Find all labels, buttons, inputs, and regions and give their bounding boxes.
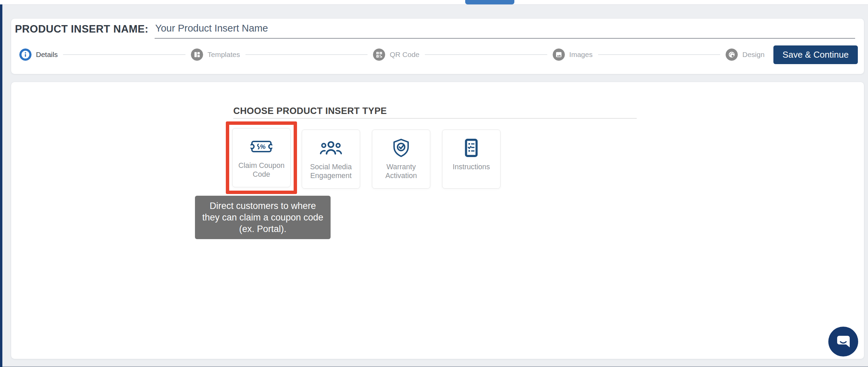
section-title: CHOOSE PRODUCT INSERT TYPE bbox=[233, 106, 387, 116]
icon-wrap bbox=[320, 137, 342, 159]
stepper-connector bbox=[425, 54, 547, 55]
header-panel: PRODUCT INSERT NAME: Details Templates bbox=[11, 19, 864, 74]
stepper-connector bbox=[63, 54, 185, 55]
insert-type-social-media-engagement[interactable]: Social Media Engagement bbox=[302, 130, 360, 189]
insert-type-label: Claim Coupon Code bbox=[233, 161, 290, 179]
insert-type-label: Social Media Engagement bbox=[302, 162, 360, 180]
info-icon bbox=[19, 49, 32, 61]
intercom-chat-icon bbox=[828, 326, 859, 357]
insert-type-claim-coupon-code[interactable]: % Claim Coupon Code bbox=[232, 128, 291, 187]
design-icon bbox=[726, 49, 738, 61]
section-divider bbox=[233, 118, 637, 119]
svg-text:%: % bbox=[260, 143, 266, 150]
step-label: Details bbox=[36, 51, 58, 59]
coupon-ticket-icon: % bbox=[251, 138, 272, 155]
icon-wrap bbox=[391, 137, 411, 159]
step-label: QR Code bbox=[390, 51, 419, 59]
active-tab-indicator[interactable] bbox=[465, 0, 514, 4]
step-images[interactable]: Images bbox=[553, 49, 593, 61]
stepper-connector bbox=[598, 54, 721, 55]
product-insert-name-label: PRODUCT INSERT NAME: bbox=[15, 23, 149, 39]
insert-type-list: % Claim Coupon Code Social Media Engagem… bbox=[226, 121, 500, 194]
insert-type-label: Instructions bbox=[450, 162, 493, 171]
insert-type-tooltip: Direct customers to where they can claim… bbox=[195, 196, 331, 239]
insert-type-instructions[interactable]: Instructions bbox=[442, 130, 500, 189]
icon-wrap bbox=[463, 137, 480, 159]
main-panel: CHOOSE PRODUCT INSERT TYPE % Claim Coupo… bbox=[11, 82, 864, 359]
top-strip bbox=[0, 0, 868, 5]
templates-icon bbox=[191, 49, 203, 61]
insert-type-label: Warranty Activation bbox=[372, 162, 430, 180]
product-insert-name-input[interactable] bbox=[155, 23, 855, 39]
save-continue-button[interactable]: Save & Continue bbox=[773, 45, 858, 64]
step-label: Design bbox=[742, 51, 764, 59]
step-label: Templates bbox=[208, 51, 240, 59]
insert-type-warranty-activation[interactable]: Warranty Activation bbox=[372, 130, 430, 189]
step-templates[interactable]: Templates bbox=[191, 49, 240, 61]
images-icon bbox=[553, 49, 565, 61]
qr-code-icon bbox=[373, 49, 385, 61]
chat-launcher-button[interactable] bbox=[828, 326, 859, 357]
step-design[interactable]: Design bbox=[726, 49, 764, 61]
selected-highlight-box: % Claim Coupon Code bbox=[226, 121, 297, 194]
collapsed-sidebar-edge bbox=[0, 4, 2, 367]
stepper-connector bbox=[245, 54, 368, 55]
warranty-shield-icon bbox=[391, 138, 411, 158]
step-qr-code[interactable]: QR Code bbox=[373, 49, 419, 61]
step-label: Images bbox=[569, 51, 593, 59]
product-insert-name-row: PRODUCT INSERT NAME: bbox=[15, 23, 855, 39]
wizard-stepper: Details Templates QR Code bbox=[19, 44, 858, 65]
instructions-icon bbox=[463, 138, 480, 158]
step-details[interactable]: Details bbox=[19, 49, 58, 61]
social-media-icon bbox=[320, 139, 342, 156]
icon-wrap: % bbox=[251, 136, 272, 157]
